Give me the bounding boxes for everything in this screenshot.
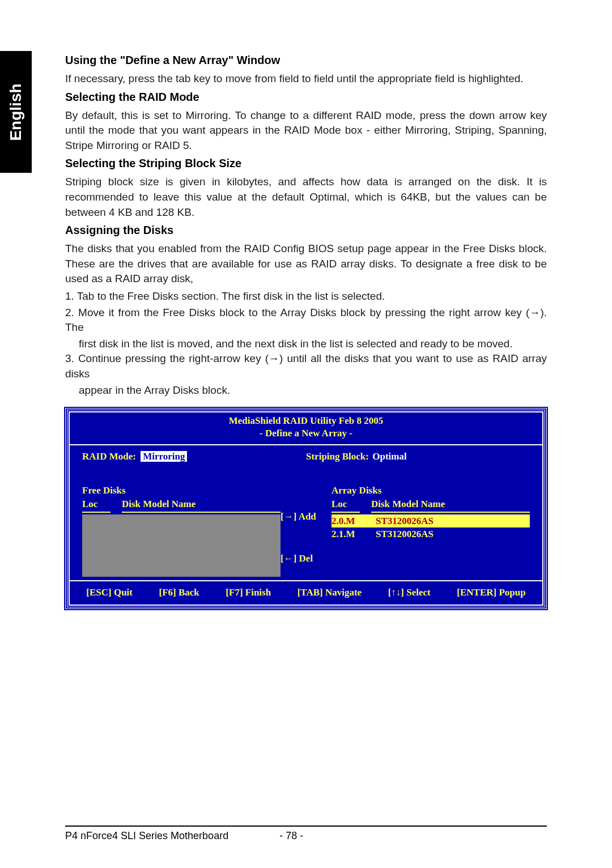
key-esc-quit[interactable]: [ESC] Quit <box>86 586 133 599</box>
footer-page-number: - 78 - <box>279 830 303 842</box>
striping-block-field[interactable]: Striping Block: Optimal <box>306 450 530 463</box>
paragraph-assign-disks: The disks that you enabled from the RAID… <box>65 241 547 287</box>
step-3-line1: 3. Continue pressing the right-arrow key… <box>65 351 547 381</box>
free-loc-header: Loc <box>82 497 110 513</box>
striping-block-label: Striping Block: <box>306 451 369 462</box>
step-3-line2: appear in the Array Disks block. <box>65 383 547 398</box>
raid-settings-row: RAID Mode: Mirroring Striping Block: Opt… <box>82 450 530 463</box>
raid-title-line1: MediaShield RAID Utility Feb 8 2005 <box>229 415 383 426</box>
array-row-loc: 2.1.M <box>332 527 364 541</box>
key-tab-navigate[interactable]: [TAB] Navigate <box>298 586 362 599</box>
array-model-header: Disk Model Name <box>371 497 530 513</box>
free-disks-column[interactable]: Free Disks Loc Disk Model Name <box>82 484 280 577</box>
del-button[interactable]: [←] Del <box>280 552 313 565</box>
array-row[interactable]: 2.1.M ST3120026AS <box>332 527 530 541</box>
heading-define-window: Using the "Define a New Array" Window <box>65 52 547 68</box>
paragraph-block-size: Striping block size is given in kilobyte… <box>65 175 547 220</box>
raid-footer-keys: [ESC] Quit [F6] Back [F7] Finish [TAB] N… <box>70 581 542 605</box>
array-row-loc: 2.0.M <box>332 514 364 528</box>
page-footer: P4 nForce4 SLI Series Motherboard - 78 - <box>65 826 547 842</box>
array-disks-header: Loc Disk Model Name <box>332 497 530 513</box>
step-2-line2: first disk in the list is moved, and the… <box>65 337 547 352</box>
key-f7-finish[interactable]: [F7] Finish <box>226 586 271 599</box>
raid-body: RAID Mode: Mirroring Striping Block: Opt… <box>70 445 542 580</box>
document-page: English Using the "Define a New Array" W… <box>0 0 612 868</box>
step-1: 1. Tab to the Free Disks section. The fi… <box>65 289 547 304</box>
array-disks-list[interactable]: 2.0.M ST3120026AS 2.1.M ST3120026AS <box>332 514 530 542</box>
raid-mode-label: RAID Mode: <box>82 451 136 462</box>
disks-area: Free Disks Loc Disk Model Name [→] Add [… <box>82 484 530 577</box>
heading-block-size: Selecting the Striping Block Size <box>65 155 547 171</box>
array-loc-header: Loc <box>332 497 360 513</box>
raid-title: MediaShield RAID Utility Feb 8 2005 - De… <box>70 412 542 444</box>
raid-utility-window: MediaShield RAID Utility Feb 8 2005 - De… <box>65 408 547 609</box>
document-content: Using the "Define a New Array" Window If… <box>65 52 547 609</box>
key-arrows-select[interactable]: [↑↓] Select <box>388 586 431 599</box>
raid-inner-frame: MediaShield RAID Utility Feb 8 2005 - De… <box>69 411 543 606</box>
step-2-line1: 2. Move it from the Free Disks block to … <box>65 305 547 335</box>
heading-raid-mode: Selecting the RAID Mode <box>65 89 547 105</box>
move-buttons-column: [→] Add [←] Del <box>280 484 332 577</box>
language-label: English <box>7 83 25 141</box>
language-tab: English <box>0 51 32 173</box>
paragraph-intro: If necessary, press the tab key to move … <box>65 71 547 87</box>
footer-product: P4 nForce4 SLI Series Motherboard <box>65 830 228 842</box>
paragraph-raid-mode: By default, this is set to Mirroring. To… <box>65 108 547 154</box>
raid-title-line2: - Define a New Array - <box>260 428 352 439</box>
free-disks-title: Free Disks <box>82 484 280 497</box>
free-model-header: Disk Model Name <box>122 497 280 513</box>
key-f6-back[interactable]: [F6] Back <box>159 586 199 599</box>
array-disks-title: Array Disks <box>332 484 530 497</box>
add-button[interactable]: [→] Add <box>280 510 316 524</box>
array-row-selected[interactable]: 2.0.M ST3120026AS <box>332 514 530 528</box>
free-disks-header: Loc Disk Model Name <box>82 497 280 513</box>
heading-assign-disks: Assigning the Disks <box>65 222 547 238</box>
array-disks-column[interactable]: Array Disks Loc Disk Model Name 2.0.M ST… <box>332 484 530 577</box>
raid-mode-value[interactable]: Mirroring <box>141 451 187 462</box>
free-disks-list[interactable] <box>82 514 280 577</box>
array-row-model: ST3120026AS <box>376 514 434 528</box>
raid-mode-field[interactable]: RAID Mode: Mirroring <box>82 450 306 463</box>
array-row-model: ST3120026AS <box>376 527 434 541</box>
key-enter-popup[interactable]: [ENTER] Popup <box>457 586 525 599</box>
striping-block-value[interactable]: Optimal <box>371 451 406 462</box>
